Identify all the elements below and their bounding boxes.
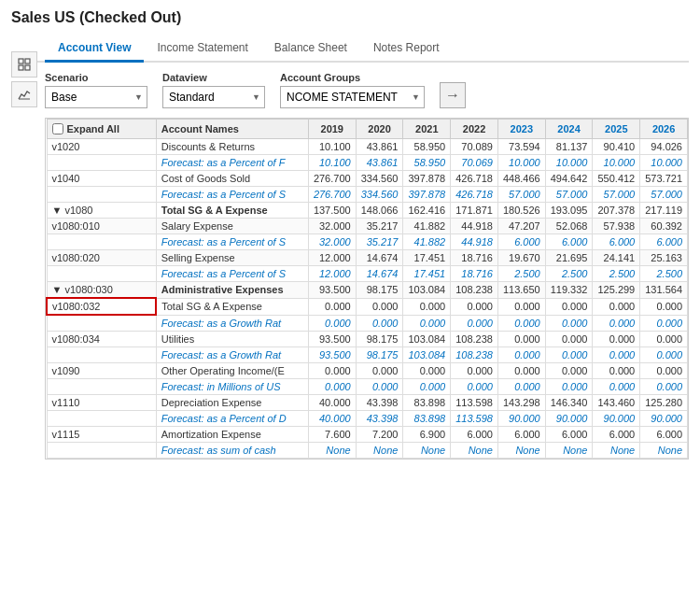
expand-all-label: Expand All [67,123,119,134]
value-cell: 52.068 [545,219,593,234]
value-cell: 113.598 [451,394,498,410]
value-cell: 2.500 [497,266,545,282]
grid-icon-button[interactable] [11,51,37,78]
value-cell: 12.000 [308,266,356,282]
navigate-arrow-button[interactable]: → [440,82,466,108]
name-cell[interactable]: Forecast: as a Growth Rat [156,315,308,331]
value-cell: 334.560 [356,187,403,203]
account-groups-select[interactable]: NCOME STATEMENT [280,86,425,108]
account-cell: v1110 [47,394,156,410]
value-cell: 0.000 [593,378,640,394]
expand-all-header: Expand All [47,120,156,139]
value-cell: 0.000 [308,378,356,394]
name-cell[interactable]: Forecast: as a Percent of F [156,155,308,171]
value-cell: 0.000 [545,331,593,346]
value-cell: 193.095 [545,203,593,219]
value-cell: 131.564 [640,282,688,299]
scenario-select[interactable]: Base [45,86,147,108]
name-cell[interactable]: Forecast: in Millions of US [156,378,308,394]
value-cell: 397.878 [403,187,451,203]
value-cell: 35.217 [356,219,403,234]
value-cell: 93.500 [308,331,356,346]
account-cell [47,187,156,203]
value-cell: 70.069 [451,155,498,171]
tab-income-statement[interactable]: Income Statement [144,35,260,63]
value-cell: 57.000 [545,187,593,203]
name-cell[interactable]: Forecast: as a Percent of D [156,410,308,426]
value-cell: 0.000 [403,378,451,394]
expand-all-checkbox[interactable] [52,123,63,134]
name-cell: Salary Expense [156,219,308,234]
value-cell: 0.000 [403,315,451,331]
tab-notes-report[interactable]: Notes Report [360,35,453,63]
value-cell: 0.000 [593,346,640,362]
value-cell: 18.716 [451,250,498,266]
value-cell: 17.451 [403,266,451,282]
name-cell[interactable]: Forecast: as a Percent of S [156,266,308,282]
svg-rect-0 [19,59,23,64]
value-cell: 0.000 [545,315,593,331]
value-cell: 2.500 [640,266,688,282]
value-cell: 397.878 [403,171,451,187]
account-groups-control: Account Groups NCOME STATEMENT [280,72,425,108]
tab-account-view[interactable]: Account View [45,35,144,63]
value-cell: 19.670 [497,250,545,266]
value-cell: 0.000 [593,331,640,346]
value-cell: 162.416 [403,203,451,219]
name-cell[interactable]: Forecast: as a Percent of S [156,187,308,203]
value-cell: 6.000 [593,234,640,250]
value-cell: 0.000 [593,315,640,331]
col-2025: 2025 [593,120,640,139]
page-title: Sales US (Checked Out) [11,9,689,26]
value-cell: None [451,442,498,458]
value-cell: 0.000 [640,378,688,394]
dataview-select[interactable]: Standard [162,86,265,108]
tab-balance-sheet[interactable]: Balance Sheet [261,35,360,63]
value-cell: 171.871 [451,203,498,219]
value-cell: 119.332 [545,282,593,299]
value-cell: 550.412 [593,171,640,187]
name-cell[interactable]: Forecast: as a Growth Rat [156,346,308,362]
value-cell: None [593,442,640,458]
value-cell: 0.000 [640,362,688,378]
value-cell: 6.000 [640,234,688,250]
svg-rect-1 [25,59,30,64]
name-cell: Depreciation Expense [156,394,308,410]
controls-row: Scenario Base Dataview Standard Account … [11,72,689,108]
value-cell: 0.000 [451,315,498,331]
account-cell [47,410,156,426]
value-cell: 0.000 [545,298,593,315]
value-cell: 7.600 [308,426,356,442]
account-cell: v1080:034 [47,331,156,346]
value-cell: 0.000 [640,315,688,331]
value-cell: 146.340 [545,394,593,410]
value-cell: 25.163 [640,250,688,266]
value-cell: 137.500 [308,203,356,219]
value-cell: 14.674 [356,250,403,266]
value-cell: 0.000 [308,298,356,315]
name-cell[interactable]: Forecast: as sum of cash [156,442,308,458]
name-cell: Cost of Goods Sold [156,171,308,187]
value-cell: 426.718 [451,171,498,187]
value-cell: 6.000 [451,426,498,442]
name-cell: Amortization Expense [156,426,308,442]
value-cell: 41.882 [403,234,451,250]
value-cell: 43.398 [356,394,403,410]
value-cell: 0.000 [308,315,356,331]
svg-rect-3 [25,65,30,70]
account-cell: ▼ v1080 [47,203,156,219]
value-cell: None [403,442,451,458]
account-cell: v1090 [47,362,156,378]
value-cell: 6.000 [497,234,545,250]
value-cell: 6.000 [593,426,640,442]
name-cell[interactable]: Forecast: as a Percent of S [156,234,308,250]
value-cell: 108.238 [451,331,498,346]
value-cell: 494.642 [545,171,593,187]
value-cell: 276.700 [308,171,356,187]
value-cell: 41.882 [403,219,451,234]
value-cell: 0.000 [356,298,403,315]
value-cell: 0.000 [545,378,593,394]
chart-icon-button[interactable] [11,81,37,107]
dataview-control: Dataview Standard [162,72,265,108]
value-cell: 103.084 [403,282,451,299]
